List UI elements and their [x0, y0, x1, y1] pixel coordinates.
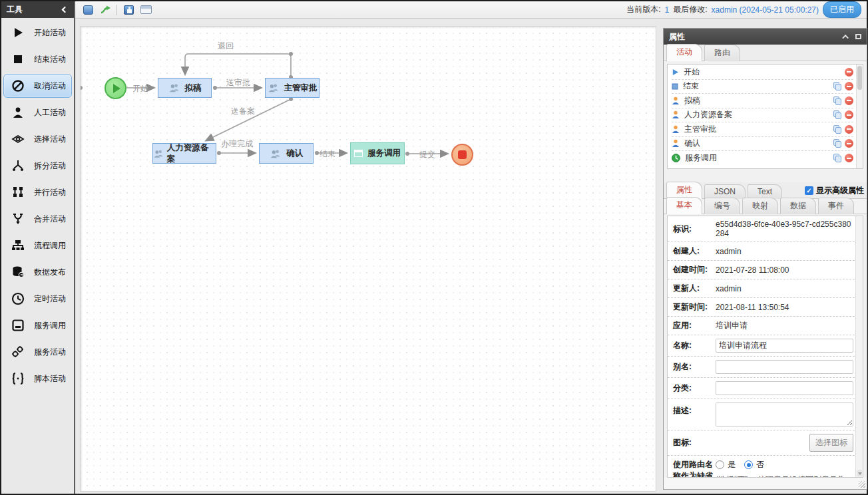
edge-label-submit[interactable]: 提交 [419, 149, 435, 160]
tab-text[interactable]: Text [748, 184, 782, 199]
node-end[interactable] [451, 144, 473, 166]
sidebar-item-start-activity[interactable]: 开始活动 [3, 21, 72, 45]
delete-icon[interactable] [845, 68, 853, 77]
scroll-down-arrow[interactable] [857, 470, 862, 476]
list-item[interactable]: 主管审批 [672, 122, 853, 137]
tab-json[interactable]: JSON [704, 184, 746, 199]
radio-yes[interactable] [716, 460, 724, 469]
delete-icon[interactable] [845, 96, 853, 105]
copy-icon[interactable] [833, 139, 842, 148]
subtab-events[interactable]: 事件 [818, 198, 854, 214]
edge-label-done[interactable]: 办理完成 [221, 138, 253, 150]
radio-no[interactable] [744, 460, 753, 469]
delete-icon[interactable] [845, 82, 853, 90]
node-start[interactable] [105, 77, 126, 99]
save-icon[interactable] [121, 3, 136, 17]
people-icon [270, 149, 282, 158]
sidebar-item-split-activity[interactable]: 拆分活动 [3, 154, 72, 178]
node-hr-record[interactable]: 人力资源备案 [152, 143, 216, 164]
node-confirm[interactable]: 确认 [259, 143, 314, 164]
list-item[interactable]: 结束 [672, 80, 853, 94]
category-input[interactable] [716, 381, 853, 395]
subtab-data[interactable]: 数据 [780, 198, 816, 214]
sidebar-item-timer-activity[interactable]: 定时活动 [3, 287, 72, 311]
edge-label-start[interactable]: 开始 [132, 83, 148, 94]
sidebar-item-human-activity[interactable]: 人工活动 [3, 100, 72, 124]
sidebar-item-service-activity[interactable]: 服务活动 [3, 340, 72, 364]
delete-icon[interactable] [845, 139, 853, 148]
delete-icon[interactable] [845, 110, 853, 119]
parallel-icon [10, 184, 26, 200]
person-icon [10, 104, 26, 120]
tab-routes[interactable]: 路由 [704, 45, 740, 61]
maximize-panel-icon[interactable] [855, 34, 861, 39]
field-creator: 创建人: xadmin [668, 242, 855, 261]
sidebar-item-service-call[interactable]: 服务调用 [3, 313, 72, 337]
node-manager-approve[interactable]: 主管审批 [265, 78, 320, 98]
people-icon [168, 83, 180, 92]
edge-label-to-approve[interactable]: 送审批 [226, 77, 250, 88]
node-label: 主管审批 [284, 82, 318, 94]
list-item[interactable]: 拟稿 [672, 94, 853, 108]
collapse-sidebar-icon[interactable] [62, 7, 69, 13]
tab-activities[interactable]: 活动 [666, 44, 702, 61]
sidebar-item-choice-activity[interactable]: 选择活动 [3, 127, 72, 151]
delete-icon[interactable] [845, 154, 853, 162]
node-draft[interactable]: 拟稿 [158, 78, 212, 98]
form-panel-icon[interactable] [138, 3, 153, 17]
delete-icon[interactable] [845, 125, 853, 134]
list-item[interactable]: 开始 [672, 65, 853, 80]
stop-icon [10, 51, 26, 67]
sidebar-item-cancel-activity[interactable]: 取消活动 [3, 74, 72, 98]
version-value: 1 [665, 5, 670, 15]
canvas-new-icon[interactable] [81, 3, 95, 17]
alias-input[interactable] [716, 360, 853, 374]
node-label: 服务调用 [367, 148, 401, 159]
subtab-mapping[interactable]: 映射 [742, 198, 778, 214]
sidebar-item-label: 人工活动 [34, 107, 66, 118]
form-scrollbar[interactable] [855, 216, 863, 477]
copy-icon[interactable] [833, 125, 842, 134]
copy-icon[interactable] [833, 96, 842, 105]
list-item[interactable]: 确认 [672, 137, 853, 152]
advanced-properties-checkbox[interactable] [805, 186, 813, 195]
window-icon [354, 150, 363, 157]
list-item[interactable]: 服务调用 [672, 151, 853, 166]
name-input[interactable] [716, 339, 853, 353]
sidebar-item-end-activity[interactable]: 结束活动 [3, 47, 72, 71]
copy-icon[interactable] [833, 82, 842, 90]
node-service-call[interactable]: 服务调用 [350, 142, 405, 164]
choose-icon-button[interactable]: 选择图标 [809, 434, 853, 452]
field-name: 名称: [668, 335, 855, 357]
sidebar-item-subflow-call[interactable]: 流程调用 [3, 234, 72, 257]
description-textarea[interactable] [716, 403, 853, 426]
field-update-time: 更新时间: 2021-08-11 13:50:54 [668, 298, 855, 317]
sidebar-item-parallel-activity[interactable]: 并行活动 [3, 180, 72, 204]
list-item[interactable]: 人力资源备案 [672, 108, 853, 123]
activity-list: 开始 结束 拟稿 人力资源备案 [667, 64, 863, 169]
sidebar-header: 工具 [1, 1, 74, 18]
edge-label-to-record[interactable]: 送备案 [231, 106, 255, 117]
sidebar-item-data-publish[interactable]: 数据发布 [3, 260, 72, 284]
enabled-status-button[interactable]: 已启用 [823, 1, 861, 18]
flow-canvas[interactable]: 拟稿 主管审批 人力资源备案 确认 服务调用 开始 [80, 26, 656, 492]
node-label: 确认 [286, 148, 303, 159]
edge-label-return[interactable]: 退回 [218, 41, 234, 52]
sidebar-item-label: 结束活动 [34, 54, 66, 65]
subtab-number[interactable]: 编号 [704, 198, 740, 214]
end-stop-icon [458, 150, 467, 159]
copy-icon[interactable] [833, 154, 842, 162]
copy-icon[interactable] [833, 110, 842, 119]
sidebar-item-script-activity[interactable]: 脚本活动 [3, 367, 72, 391]
resize-grip[interactable] [859, 481, 865, 488]
gears-icon [10, 344, 26, 360]
activity-route-tabs: 活动 路由 [664, 45, 867, 61]
deploy-branch-icon[interactable] [98, 3, 112, 17]
sidebar-item-merge-activity[interactable]: 合并活动 [3, 207, 72, 231]
subtab-basic[interactable]: 基本 [666, 197, 702, 214]
edge-label-end[interactable]: 结束 [320, 148, 335, 160]
field-create-time: 创建时间: 2021-07-28 11:08:00 [668, 261, 855, 279]
collapse-panel-icon[interactable] [842, 34, 849, 41]
activity-list-scrollbar[interactable] [856, 65, 863, 168]
field-updater: 更新人: xadmin [668, 279, 855, 298]
